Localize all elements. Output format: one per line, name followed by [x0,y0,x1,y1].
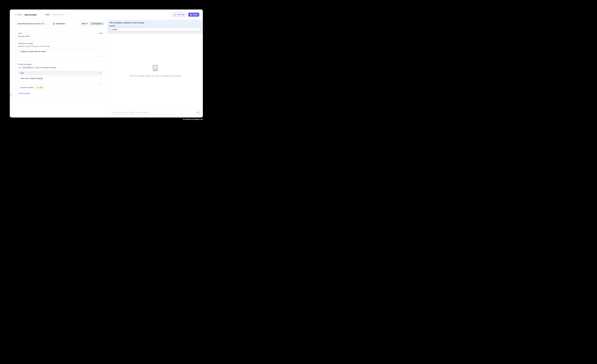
editor-content: Tools + Add No tools added Developer mes… [10,28,107,117]
chat-message-input[interactable] [110,110,200,115]
subtitle-prefix: Use [18,67,21,68]
pencil-icon [37,87,39,88]
subtitle-suffix: syntax for template variables [35,67,56,68]
tools-empty-text: No tools added [18,35,102,37]
prompt-editor-window: Back New prompt Draft Unsaved changes Ge… [10,9,203,117]
developer-message-title: Developer message [18,43,102,45]
variable-syntax-chip: {{variable}} [22,66,34,69]
toggle-pretty[interactable]: PRETTY [79,22,90,25]
arrow-up-icon [197,112,199,114]
chevron-down-icon[interactable] [30,72,31,74]
detected-variables-label: Detected variables: [20,87,34,89]
developer-message-subtitle: Optional system instructions for the mod… [18,46,102,47]
attribution-text: Screenshot by Xnapper.com [183,118,203,120]
page-title: New prompt [24,14,37,16]
variable-chip-dish[interactable]: dish [36,86,44,89]
test-panel: Fill in template variables to start test… [108,20,203,117]
background-sidebar-active-item[interactable] [10,93,12,97]
send-message-button[interactable] [196,111,200,114]
back-button[interactable]: Back [15,14,22,16]
variable-name-label: {{dish}} [110,25,200,27]
parameters-button[interactable]: Parameters [51,22,67,26]
save-button[interactable]: Save [188,13,199,17]
view-mode-toggle: PRETTY DOTPROMPT [79,22,105,25]
status-badge: Draft [44,13,50,16]
developer-message-textarea[interactable]: Respond as jack sparrow would [18,49,102,57]
get-code-label: Get Code [177,14,185,15]
prompt-messages-title: Prompt messages [18,63,102,65]
back-label: Back [18,14,22,16]
tools-card: Tools + Add No tools added [16,31,105,39]
parameters-label: Parameters [56,23,65,25]
editor-panel: aws/anthropic/bedrock-claude-3-5-s... Pa… [10,20,108,117]
screenshot-stage: Back New prompt Draft Unsaved changes Ge… [0,0,213,130]
add-message-button[interactable]: + Add message [18,92,30,94]
main-split: aws/anthropic/bedrock-claude-3-5-s... Pa… [10,20,203,117]
test-panel-title: Fill in template variables to start test… [110,22,200,24]
message-block: User Give me a recipe for {{d [18,71,102,91]
add-tool-button[interactable]: + Add [98,32,102,34]
terminal-icon [174,14,176,16]
unsaved-changes-text: Unsaved changes [52,14,64,15]
chevron-down-icon [46,23,48,25]
header: Back New prompt Draft Unsaved changes Ge… [10,9,203,20]
detected-variables-row: Detected variables: dish [18,85,102,91]
get-code-button[interactable]: Get Code [172,13,187,17]
prompt-messages-subtitle: Use {{variable}} syntax for template var… [18,66,102,69]
drag-handle-icon[interactable] [100,72,101,74]
message-body: Give me a recipe for {{dish}} [18,75,102,85]
model-selector[interactable]: aws/anthropic/bedrock-claude-3-5-s... [16,22,49,26]
toggle-dotprompt[interactable]: DOTPROMPT [90,22,104,25]
chat-empty-state: Fill in the variables above, then type a… [108,34,203,108]
model-selector-value: aws/anthropic/bedrock-claude-3-5-s... [17,23,46,25]
message-role-header: User [18,71,102,75]
save-icon [190,14,192,16]
gear-icon [53,23,55,25]
background-corner-card [10,108,14,114]
editor-toolbar: aws/anthropic/bedrock-claude-3-5-s... Pa… [10,20,107,28]
prompt-messages-card: Prompt messages Use {{variable}} syntax … [16,62,105,97]
robot-face-icon [152,65,158,71]
developer-message-card: Developer message Optional system instru… [16,41,105,60]
chat-input-row [108,108,203,117]
message-textarea[interactable]: Give me a recipe for {{dish}} [19,76,101,84]
empty-state-text: Fill in the variables above, then type a… [130,75,181,77]
save-label: Save [193,14,197,15]
role-select-value[interactable]: User [20,72,24,74]
tools-title: Tools [18,32,22,34]
variable-value-input[interactable] [110,27,200,31]
template-variables-box: Fill in template variables to start test… [108,20,203,34]
arrow-left-icon [15,14,17,15]
variable-chip-label: dish [40,87,43,89]
